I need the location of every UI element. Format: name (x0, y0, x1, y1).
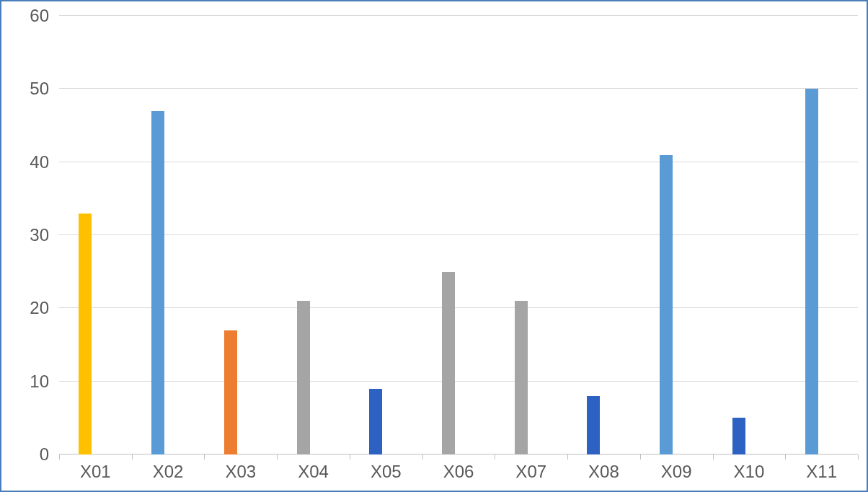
bar (151, 111, 164, 454)
x-tick (204, 454, 205, 460)
x-tick (350, 454, 350, 460)
gridline (59, 381, 858, 382)
x-tick-label: X02 (153, 462, 184, 482)
x-tick-label: X09 (661, 462, 692, 482)
y-tick-label: 0 (40, 444, 59, 465)
x-tick-label: X10 (734, 462, 765, 482)
x-tick (132, 454, 133, 460)
y-tick-label: 20 (30, 298, 59, 318)
bar (369, 389, 382, 454)
x-tick-label: X08 (588, 462, 619, 482)
x-tick-label: X01 (80, 462, 111, 482)
y-tick-label: 40 (30, 152, 59, 172)
bar (297, 301, 310, 454)
gridline (59, 88, 858, 89)
y-tick-label: 30 (30, 225, 59, 245)
x-axis-labels: X01X02X03X04X05X06X07X08X09X10X11 (59, 454, 858, 491)
x-tick (713, 454, 714, 460)
x-tick (277, 454, 278, 460)
x-tick (495, 454, 495, 460)
y-tick-label: 10 (30, 372, 59, 392)
x-tick-label: X11 (806, 462, 837, 482)
x-tick (785, 454, 786, 460)
gridline (59, 162, 858, 162)
x-tick-label: X05 (371, 462, 402, 482)
bar (515, 301, 528, 454)
bar (79, 214, 92, 454)
x-tick-label: X04 (298, 462, 329, 482)
y-tick-label: 50 (30, 79, 59, 99)
bar (587, 396, 600, 454)
bar (732, 418, 745, 454)
chart-frame: 0102030405060 X01X02X03X04X05X06X07X08X0… (0, 0, 868, 492)
bar (442, 272, 455, 454)
x-tick (858, 454, 859, 460)
x-tick-label: X06 (443, 462, 474, 482)
bar (805, 89, 818, 454)
x-tick (59, 454, 60, 460)
y-tick-label: 60 (30, 6, 59, 26)
x-tick (422, 454, 423, 460)
bar (224, 330, 237, 454)
gridline (59, 15, 858, 16)
x-tick (567, 454, 568, 460)
plot-area: 0102030405060 (59, 16, 858, 454)
x-tick-label: X07 (515, 462, 546, 482)
gridline (59, 307, 858, 308)
gridline (59, 234, 858, 235)
x-tick (640, 454, 641, 460)
bar (660, 155, 673, 454)
x-tick-label: X03 (225, 462, 256, 482)
